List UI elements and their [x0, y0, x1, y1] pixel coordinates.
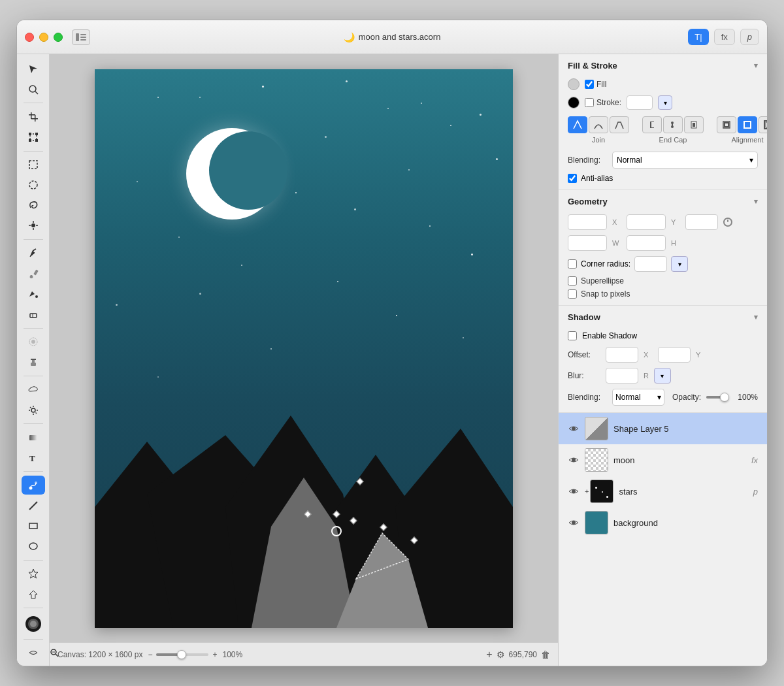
center-handle[interactable]	[331, 526, 342, 536]
layer-moon[interactable]: moon fx	[559, 444, 767, 476]
corner-radius-dropdown[interactable]: ▾	[671, 256, 688, 272]
shadow-offset-x-input[interactable]: 5	[606, 347, 638, 363]
tool-eraser[interactable]	[22, 304, 45, 323]
tool-zoom[interactable]	[45, 645, 63, 661]
blur-dropdown[interactable]: ▾	[654, 368, 671, 384]
fill-color-swatch[interactable]	[568, 78, 580, 90]
p-tool-button[interactable]: p	[740, 29, 759, 45]
anti-alias-checkbox[interactable]	[568, 174, 577, 183]
fill-stroke-arrow[interactable]: ▾	[754, 61, 758, 70]
join-miter-btn[interactable]	[568, 116, 587, 133]
layer-5-visibility[interactable]	[568, 423, 580, 434]
shadow-blending-select[interactable]: Normal ▾	[612, 389, 664, 406]
geo-rotation-input[interactable]: 0°	[685, 214, 718, 230]
tool-transform[interactable]	[22, 127, 45, 146]
text-tool-button[interactable]: T|	[688, 29, 708, 45]
join-bevel-btn[interactable]	[610, 116, 629, 133]
tool-arrow[interactable]	[22, 59, 45, 78]
tool-blur[interactable]	[22, 333, 45, 351]
gear-btn[interactable]: ⚙	[497, 649, 505, 660]
corner-radius-checkbox[interactable]	[568, 259, 577, 269]
layer-shape-layer-5[interactable]: Shape Layer 5	[559, 413, 767, 444]
titlebar-right: T| fx p	[688, 29, 759, 45]
tool-rect-select[interactable]	[22, 155, 45, 174]
zoom-out-icon[interactable]: −	[148, 650, 152, 659]
stroke-color-swatch[interactable]	[568, 97, 580, 108]
blending-select[interactable]: Normal ▾	[612, 152, 758, 169]
svg-point-77	[572, 427, 576, 431]
layers-section: Shape Layer 5 moon fx	[559, 413, 767, 666]
zoom-slider[interactable]: − +	[148, 650, 217, 659]
tool-ellipse-select[interactable]	[22, 176, 45, 195]
stroke-value-input[interactable]: 5	[627, 95, 653, 110]
geo-x-input[interactable]: 523	[568, 214, 607, 230]
zoom-track[interactable]	[156, 653, 208, 656]
canvas[interactable]	[95, 69, 513, 628]
endcap-butt-btn[interactable]	[642, 116, 662, 133]
tool-cloud[interactable]	[22, 380, 45, 399]
geo-y-input[interactable]: 184	[627, 214, 666, 230]
stars-visibility[interactable]	[568, 485, 580, 497]
moon-visibility[interactable]	[568, 454, 580, 466]
shadow-blend-opacity-row: Blending: Normal ▾ Opacity: 100%	[559, 386, 767, 412]
tool-eye[interactable]	[17, 645, 22, 661]
superellipse-checkbox[interactable]	[568, 276, 577, 286]
stroke-dropdown[interactable]: ▾	[658, 95, 672, 110]
endcap-square-btn[interactable]	[684, 116, 704, 133]
tool-lasso[interactable]	[22, 196, 45, 215]
layer-background[interactable]: background	[559, 507, 767, 538]
tool-rect-shape[interactable]	[22, 517, 45, 536]
geometry-arrow[interactable]: ▾	[754, 197, 758, 206]
fx-tool-button[interactable]: fx	[714, 29, 735, 45]
tool-star[interactable]	[22, 564, 45, 583]
snap-checkbox[interactable]	[568, 289, 577, 299]
tool-magnify[interactable]	[22, 80, 45, 99]
opacity-slider[interactable]	[706, 396, 729, 399]
tool-fill[interactable]	[22, 284, 45, 303]
tool-crop[interactable]	[22, 107, 45, 126]
shadow-blur-input[interactable]: 0	[606, 368, 638, 384]
trash-btn[interactable]: 🗑	[541, 649, 550, 660]
enable-shadow-checkbox[interactable]	[568, 331, 577, 340]
shadow-arrow[interactable]: ▾	[754, 313, 758, 321]
tool-stamp[interactable]	[22, 353, 45, 372]
tool-color-picker[interactable]	[22, 612, 45, 635]
rotation-handle[interactable]	[723, 218, 732, 227]
shadow-offset-y-input[interactable]: -5	[658, 347, 691, 363]
tool-eye-alt[interactable]	[24, 645, 42, 661]
tool-gradient[interactable]	[22, 428, 45, 447]
align-outside-btn[interactable]	[759, 116, 767, 133]
tool-arrow-shape[interactable]	[22, 585, 45, 604]
stroke-checkbox[interactable]	[585, 98, 594, 107]
join-label: Join	[592, 136, 605, 144]
endcap-round-btn[interactable]	[663, 116, 683, 133]
opacity-track[interactable]	[706, 396, 729, 399]
fullscreen-button[interactable]	[54, 33, 63, 42]
canvas-container[interactable]	[50, 54, 558, 642]
stroke-label: Stroke:	[596, 98, 621, 107]
geo-h-input[interactable]: 168	[627, 235, 666, 251]
fill-checkbox[interactable]	[585, 80, 594, 89]
join-round-btn[interactable]	[589, 116, 608, 133]
tool-ellipse-shape[interactable]	[22, 537, 45, 556]
align-center-btn[interactable]	[738, 116, 757, 133]
align-inside-btn[interactable]	[717, 116, 736, 133]
tool-bezier[interactable]	[22, 476, 45, 495]
background-visibility[interactable]	[568, 517, 580, 529]
corner-radius-input[interactable]: 0	[634, 256, 667, 272]
zoom-in-icon[interactable]: +	[212, 650, 217, 659]
tool-line[interactable]	[22, 496, 45, 515]
tool-text[interactable]: T	[22, 448, 45, 467]
sidebar-toggle[interactable]	[72, 29, 90, 45]
svg-line-38	[35, 412, 37, 414]
tool-sun[interactable]	[22, 400, 45, 419]
layer-stars[interactable]: + stars p	[559, 476, 767, 507]
add-layer-btn[interactable]: +	[486, 649, 492, 661]
close-button[interactable]	[25, 33, 34, 42]
minimize-button[interactable]	[39, 33, 48, 42]
shadow-header: Shadow ▾	[559, 306, 767, 327]
tool-pen[interactable]	[22, 244, 45, 263]
tool-magic-wand[interactable]	[22, 216, 45, 235]
geo-w-input[interactable]: 288	[568, 235, 607, 251]
tool-brush[interactable]	[22, 264, 45, 283]
